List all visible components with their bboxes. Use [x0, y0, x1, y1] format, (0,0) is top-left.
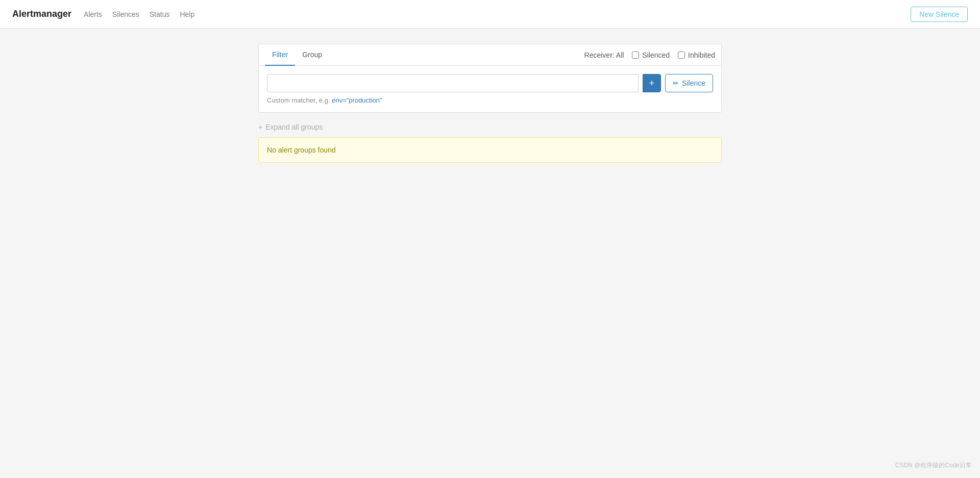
inhibited-checkbox-group[interactable]: Inhibited	[678, 51, 715, 59]
filter-hint: Custom matcher, e.g. env="production"	[267, 96, 713, 104]
filter-tabs: Filter Group Receiver: All Silenced Inhi…	[259, 44, 721, 66]
no-alerts-message: No alert groups found	[267, 146, 336, 154]
add-filter-button[interactable]: +	[643, 74, 661, 92]
hint-text: Custom matcher, e.g.	[267, 96, 330, 104]
silence-button[interactable]: ✏ Silence	[665, 74, 713, 92]
inhibited-checkbox[interactable]	[678, 52, 685, 59]
nav-link-silences[interactable]: Silences	[112, 10, 139, 18]
nav-link-help[interactable]: Help	[180, 10, 194, 18]
filter-tabs-left: Filter Group	[265, 44, 329, 65]
navbar-left: Alertmanager Alerts Silences Status Help	[12, 9, 194, 19]
filter-tabs-right: Receiver: All Silenced Inhibited	[584, 51, 715, 59]
new-silence-button[interactable]: New Silence	[911, 7, 968, 22]
filter-panel: Filter Group Receiver: All Silenced Inhi…	[258, 44, 722, 113]
silence-button-label: Silence	[682, 79, 705, 87]
navbar-brand[interactable]: Alertmanager	[12, 9, 71, 19]
main-content: Filter Group Receiver: All Silenced Inhi…	[250, 44, 730, 163]
expand-icon: +	[258, 123, 262, 131]
silenced-checkbox-group[interactable]: Silenced	[632, 51, 670, 59]
receiver-label: Receiver: All	[584, 51, 624, 59]
nav-link-status[interactable]: Status	[150, 10, 170, 18]
filter-input-row: + ✏ Silence	[267, 74, 713, 92]
tab-group[interactable]: Group	[295, 44, 329, 66]
tab-filter[interactable]: Filter	[265, 44, 295, 66]
silenced-checkbox[interactable]	[632, 52, 639, 59]
expand-all-groups[interactable]: + Expand all groups	[258, 123, 722, 131]
nav-link-alerts[interactable]: Alerts	[84, 10, 102, 18]
expand-label: Expand all groups	[265, 123, 323, 131]
filter-body: + ✏ Silence Custom matcher, e.g. env="pr…	[259, 66, 721, 112]
silence-icon: ✏	[673, 79, 679, 87]
no-alerts-box: No alert groups found	[258, 137, 722, 163]
filter-input[interactable]	[267, 74, 639, 92]
hint-example-link[interactable]: env="production"	[332, 96, 382, 104]
inhibited-label: Inhibited	[688, 51, 715, 59]
navbar: Alertmanager Alerts Silences Status Help…	[0, 0, 980, 29]
navbar-links: Alerts Silences Status Help	[84, 10, 194, 18]
silenced-label: Silenced	[642, 51, 670, 59]
